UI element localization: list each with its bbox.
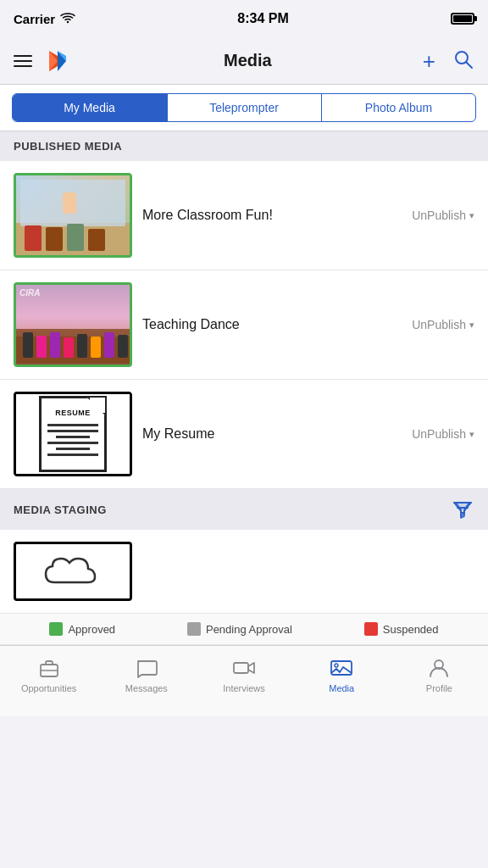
suspended-label: Suspended	[383, 623, 439, 636]
pending-label: Pending Approval	[206, 623, 292, 636]
carrier-label: Carrier	[14, 12, 55, 26]
profile-icon	[427, 656, 451, 680]
staging-item	[0, 530, 488, 613]
unpublish-button-2[interactable]: UnPublish ▾	[412, 318, 474, 331]
legend-pending: Pending Approval	[187, 622, 292, 636]
nav-bar: Media +	[0, 37, 488, 85]
resume-document-icon: RESUME	[39, 396, 107, 472]
media-title-2: Teaching Dance	[142, 317, 402, 332]
tab-messages-label: Messages	[125, 683, 168, 693]
approved-dot	[49, 622, 63, 636]
media-thumbnail-3[interactable]: RESUME	[14, 392, 132, 476]
tab-profile-label: Profile	[426, 683, 452, 693]
cloud-thumbnail[interactable]	[14, 542, 132, 601]
media-list: More Classroom Fun! UnPublish ▾ CIRA Te	[0, 161, 488, 489]
legend-bar: Approved Pending Approval Suspended	[0, 613, 488, 645]
unpublish-button-1[interactable]: UnPublish ▾	[412, 209, 474, 222]
table-row: RESUME My Resume UnPublish ▾	[0, 380, 488, 489]
svg-rect-10	[331, 661, 352, 675]
svg-point-0	[67, 20, 69, 22]
tab-messages[interactable]: Messages	[97, 653, 195, 697]
status-bar: Carrier 8:34 PM	[0, 0, 488, 37]
media-info-2: Teaching Dance	[132, 317, 412, 332]
media-info-1: More Classroom Fun!	[132, 208, 412, 223]
tab-opportunities[interactable]: Opportunities	[0, 653, 97, 697]
search-button[interactable]	[452, 48, 474, 74]
message-icon	[135, 656, 158, 680]
tab-opportunities-label: Opportunities	[21, 683, 76, 693]
media-icon	[330, 656, 353, 680]
status-time: 8:34 PM	[237, 11, 288, 26]
wifi-icon	[60, 12, 75, 26]
tab-profile[interactable]: Profile	[391, 653, 488, 697]
svg-rect-9	[234, 663, 248, 673]
tab-media-label: Media	[329, 683, 354, 693]
table-row: CIRA Teaching Dance UnPublish ▾	[0, 270, 488, 380]
app-logo	[42, 46, 73, 76]
tab-bar: Opportunities Messages Interviews	[0, 645, 488, 716]
chevron-down-icon: ▾	[469, 429, 474, 440]
media-title-3: My Resume	[142, 426, 402, 442]
filter-button[interactable]	[451, 498, 474, 521]
media-thumbnail-1[interactable]	[14, 173, 132, 258]
tab-interviews[interactable]: Interviews	[195, 653, 292, 697]
briefcase-icon	[37, 656, 61, 680]
suspended-dot	[364, 622, 378, 636]
media-title-1: More Classroom Fun!	[142, 208, 402, 223]
svg-point-11	[335, 664, 338, 667]
unpublish-button-3[interactable]: UnPublish ▾	[412, 427, 474, 441]
tab-interviews-label: Interviews	[223, 683, 265, 693]
media-thumbnail-2[interactable]: CIRA	[14, 282, 132, 367]
published-heading: PUBLISHED MEDIA	[14, 140, 122, 153]
tab-media[interactable]: Media	[293, 653, 391, 697]
tab-teleprompter[interactable]: Teleprompter	[168, 94, 321, 121]
battery-icon	[451, 13, 474, 25]
approved-label: Approved	[68, 623, 115, 636]
svg-line-6	[467, 62, 473, 68]
page-title: Media	[224, 51, 272, 70]
media-info-3: My Resume	[132, 426, 412, 442]
staging-section-header: MEDIA STAGING	[0, 489, 488, 530]
legend-approved: Approved	[49, 622, 115, 636]
chevron-down-icon: ▾	[469, 320, 474, 331]
tab-photo-album[interactable]: Photo Album	[322, 94, 475, 121]
staging-heading: MEDIA STAGING	[14, 504, 107, 516]
menu-button[interactable]	[14, 55, 32, 67]
tab-my-media[interactable]: My Media	[13, 94, 166, 121]
legend-suspended: Suspended	[364, 622, 439, 636]
segment-control: My Media Teleprompter Photo Album	[0, 85, 488, 131]
table-row: More Classroom Fun! UnPublish ▾	[0, 161, 488, 270]
chevron-down-icon: ▾	[469, 210, 474, 221]
published-section-header: PUBLISHED MEDIA	[0, 131, 488, 161]
pending-dot	[187, 622, 201, 636]
video-icon	[232, 656, 256, 680]
add-button[interactable]: +	[423, 50, 435, 72]
